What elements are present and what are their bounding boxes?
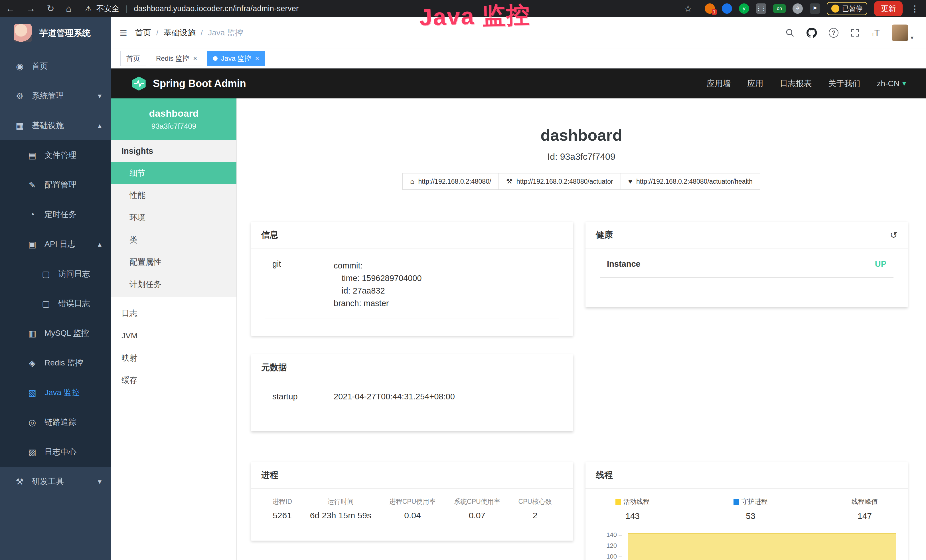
- help-icon[interactable]: ?: [829, 28, 838, 38]
- info-value-lines: commit: time: 1596289704000 id: 27aa832 …: [334, 259, 552, 310]
- sidebar-item-config-mgmt[interactable]: ✎ 配置管理: [0, 170, 111, 200]
- sba-brand[interactable]: Spring Boot Admin: [111, 76, 246, 91]
- sidebar-item-access-logs[interactable]: ▢ 访问日志: [0, 259, 111, 289]
- inst-item-logs[interactable]: 日志: [111, 303, 236, 325]
- url-text[interactable]: dashboard.yudao.iocoder.cn/infra/admin-s…: [134, 4, 299, 13]
- java-monitor-icon: ▧: [26, 388, 38, 398]
- threads-peak-col: 线程峰值 147: [852, 497, 878, 521]
- inst-item-mappings[interactable]: 映射: [111, 347, 236, 369]
- update-button[interactable]: 更新: [874, 1, 903, 16]
- search-icon[interactable]: [785, 28, 794, 37]
- sba-nav-wallboard[interactable]: 应用墙: [707, 78, 731, 89]
- y-tick: 140: [600, 531, 622, 539]
- browser-menu-icon[interactable]: ⋮: [911, 4, 919, 14]
- sidebar-item-label: 系统管理: [32, 91, 64, 101]
- paused-chip[interactable]: 已暂停: [827, 2, 867, 15]
- inst-item-config-props[interactable]: 配置属性: [111, 251, 236, 273]
- tab-redis-monitor[interactable]: Redis 监控 ×: [150, 51, 203, 66]
- sidebar-item-scheduled-tasks[interactable]: ◔ 定时任务: [0, 200, 111, 229]
- hamburger-icon[interactable]: ≡: [120, 26, 127, 40]
- sidebar-item-dev-tools[interactable]: ⚒ 研发工具 ▾: [0, 467, 111, 496]
- sba-nav-about[interactable]: 关于我们: [828, 78, 860, 89]
- breadcrumb-home[interactable]: 首页: [135, 27, 151, 38]
- sba-nav-journal[interactable]: 日志报表: [780, 78, 812, 89]
- inst-item-scheduled[interactable]: 计划任务: [111, 273, 236, 295]
- top-navbar: ≡ 首页 / 基础设施 / Java 监控 ? тT ▾: [111, 17, 926, 48]
- sidebar-item-label: 错误日志: [58, 298, 90, 309]
- sidebar-item-api-logs[interactable]: ▣ API 日志 ▴: [0, 229, 111, 259]
- database-icon: ▥: [26, 328, 38, 338]
- fullscreen-icon[interactable]: [850, 28, 859, 37]
- breadcrumb-separator: /: [200, 28, 203, 37]
- sidebar-item-file-mgmt[interactable]: ▤ 文件管理: [0, 140, 111, 170]
- actuator-url-button[interactable]: ⚒ http://192.168.0.2:48080/actuator: [499, 173, 620, 190]
- avatar[interactable]: [892, 24, 908, 41]
- sidebar-item-system-mgmt[interactable]: ⚙ 系统管理 ▾: [0, 81, 111, 111]
- chevron-down-icon: ▾: [902, 79, 906, 88]
- sidebar-item-mysql-monitor[interactable]: ▥ MySQL 监控: [0, 318, 111, 348]
- forward-icon[interactable]: →: [26, 3, 35, 14]
- inst-item-performance[interactable]: 性能: [111, 184, 236, 207]
- sidebar-item-error-logs[interactable]: ▢ 错误日志: [0, 289, 111, 318]
- inst-item-jvm[interactable]: JVM: [111, 325, 236, 347]
- sidebar-item-label: 首页: [32, 61, 48, 72]
- inst-item-details[interactable]: 细节: [111, 162, 236, 184]
- sidebar-item-redis-monitor[interactable]: ◈ Redis 监控: [0, 348, 111, 378]
- github-icon[interactable]: [806, 28, 817, 38]
- legend-label: 活动线程: [623, 497, 650, 506]
- instance-header[interactable]: dashboard 93a3fc7f7409: [111, 98, 236, 140]
- info-line: time: 1596289704000: [334, 272, 552, 285]
- drop-extension-icon[interactable]: [722, 3, 732, 14]
- sidebar-item-home[interactable]: ◉ 首页: [0, 51, 111, 81]
- history-icon[interactable]: ↺: [890, 230, 897, 241]
- smiley-icon: [831, 5, 839, 12]
- security-label: 不安全: [96, 3, 119, 14]
- puzzle-extension-icon[interactable]: ⚑: [809, 3, 820, 14]
- sidebar-item-java-monitor[interactable]: ▧ Java 监控: [0, 378, 111, 407]
- metadata-key: startup: [272, 392, 334, 401]
- legend-value: 53: [734, 511, 768, 521]
- sba-nav-applications[interactable]: 应用: [747, 78, 763, 89]
- metadata-card: 元数据 startup 2021-04-27T00:44:31.254+08:0…: [251, 354, 573, 431]
- font-size-icon[interactable]: тT: [872, 28, 880, 38]
- paused-label: 已暂停: [842, 4, 863, 13]
- app-sidebar: 芋道管理系统 ◉ 首页 ⚙ 系统管理 ▾ ▦ 基础设施 ▴ ▤ 文件管理 ✎: [0, 17, 111, 560]
- bookmark-star-icon[interactable]: ☆: [684, 3, 692, 14]
- user-menu[interactable]: ▾: [892, 24, 914, 41]
- inst-item-caches[interactable]: 缓存: [111, 369, 236, 391]
- info-card: 信息 git commit: time: 1596289704000 id: 2…: [251, 222, 573, 336]
- status-badge: UP: [875, 259, 887, 269]
- tab-java-monitor[interactable]: Java 监控 ×: [207, 51, 265, 66]
- sidebar-item-label: API 日志: [44, 239, 76, 250]
- green-extension-icon[interactable]: y: [739, 3, 749, 14]
- legend-value: 143: [616, 511, 650, 521]
- tab-home[interactable]: 首页: [120, 51, 146, 66]
- chevron-up-icon: ▴: [98, 240, 101, 249]
- address-bar[interactable]: ⚠ 不安全 | dashboard.yudao.iocoder.cn/infra…: [85, 3, 299, 14]
- health-card-title: 健康: [596, 229, 613, 241]
- wrench-icon: ⚒: [506, 177, 513, 185]
- instance-url-button[interactable]: ⌂ http://192.168.0.2:48080/: [402, 173, 499, 190]
- sidebar-item-trace[interactable]: ◎ 链路追踪: [0, 407, 111, 437]
- leaf-extension-icon[interactable]: ⚘: [793, 3, 803, 14]
- health-url-button[interactable]: ♥ http://192.168.0.2:48080/actuator/heal…: [621, 173, 760, 190]
- reload-icon[interactable]: ↻: [47, 3, 54, 14]
- home-icon[interactable]: ⌂: [66, 3, 71, 14]
- back-icon[interactable]: ←: [6, 3, 15, 14]
- doc-icon: ▢: [40, 299, 52, 309]
- sba-locale-select[interactable]: zh-CN ▾: [877, 79, 906, 88]
- breadcrumb-infrastructure[interactable]: 基础设施: [163, 27, 195, 38]
- sidebar-item-log-center[interactable]: ▨ 日志中心: [0, 437, 111, 467]
- process-col-uptime: 运行时间 6d 23h 15m 59s: [310, 497, 371, 520]
- switch-extension-icon[interactable]: on: [773, 4, 786, 13]
- inst-item-environment[interactable]: 环境: [111, 207, 236, 229]
- fox-extension-icon[interactable]: 1: [705, 3, 715, 14]
- grid-extension-icon[interactable]: ⋮⋮: [756, 3, 766, 14]
- sidebar-item-infrastructure[interactable]: ▦ 基础设施 ▴: [0, 111, 111, 140]
- process-card-title: 进程: [251, 462, 573, 489]
- close-icon[interactable]: ×: [193, 54, 197, 62]
- inst-item-classes[interactable]: 类: [111, 229, 236, 251]
- column-header: 进程ID: [272, 497, 292, 506]
- app-logo-row[interactable]: 芋道管理系统: [0, 17, 111, 49]
- close-icon[interactable]: ×: [255, 54, 259, 62]
